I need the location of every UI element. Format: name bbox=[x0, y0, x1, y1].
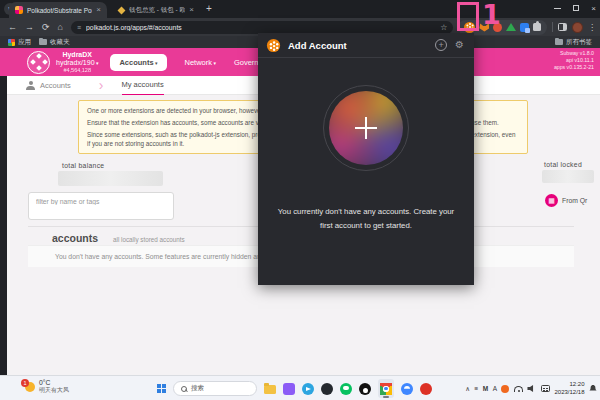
popup-empty-text: You currently don't have any accounts. C… bbox=[271, 205, 461, 232]
weather-icon: 1 bbox=[25, 382, 35, 392]
active-app-indicator bbox=[383, 396, 389, 398]
polkadot-apps-favicon bbox=[15, 6, 23, 14]
browser-menu-icon[interactable] bbox=[588, 23, 596, 32]
bookmark-label: 应用 bbox=[18, 38, 31, 47]
tab-wallet-overview[interactable]: 钱包总览 - 钱包 - 欧易 bbox=[112, 2, 200, 18]
start-button[interactable] bbox=[157, 384, 166, 393]
left-edge-strip bbox=[0, 76, 7, 375]
chain-block-number: #4,564,128 bbox=[56, 67, 98, 73]
tab-polkadot-portal[interactable]: Polkadot/Substrate Portal bbox=[9, 2, 107, 18]
add-account-menu-icon[interactable] bbox=[435, 39, 447, 51]
taskbar-search[interactable]: 搜索 bbox=[173, 381, 257, 396]
accounts-subtitle: all locally stored accounts bbox=[113, 236, 185, 243]
tab-close-icon[interactable] bbox=[96, 6, 101, 14]
apps-version: apps v0.135.2-21 bbox=[554, 64, 594, 71]
accounts-person-icon bbox=[26, 81, 35, 90]
total-balance-label: total balance bbox=[62, 162, 104, 169]
home-button[interactable] bbox=[58, 23, 63, 32]
search-placeholder: 搜索 bbox=[191, 384, 204, 393]
wifi-icon[interactable] bbox=[514, 386, 523, 392]
nav-network[interactable]: Network bbox=[185, 58, 216, 67]
toolbar-divider bbox=[552, 22, 553, 32]
green-extension-icon[interactable] bbox=[506, 23, 516, 31]
bookmark-star-icon[interactable] bbox=[440, 23, 447, 32]
all-bookmarks-label: 所有书签 bbox=[566, 38, 592, 47]
telegram-icon[interactable] bbox=[302, 383, 314, 395]
side-panel-icon[interactable] bbox=[558, 23, 567, 31]
tray-menu-icon[interactable] bbox=[474, 385, 478, 392]
red-app-icon[interactable] bbox=[420, 383, 432, 395]
tab-my-accounts[interactable]: My accounts bbox=[122, 80, 164, 91]
extensions-puzzle-icon[interactable] bbox=[533, 23, 541, 31]
new-tab-button[interactable] bbox=[206, 3, 212, 15]
close-window-button[interactable] bbox=[591, 4, 596, 13]
qr-icon bbox=[545, 194, 558, 207]
wechat-icon[interactable] bbox=[340, 383, 352, 395]
nav-accounts[interactable]: Accounts bbox=[110, 54, 166, 71]
notification-bell-icon[interactable] bbox=[589, 385, 597, 393]
purple-app-icon[interactable] bbox=[283, 383, 295, 395]
chain-name: HydraDX bbox=[56, 51, 98, 59]
total-locked-label: total locked bbox=[544, 161, 582, 168]
window-controls bbox=[554, 0, 596, 16]
system-tray: 12:20 2023/12/18 bbox=[465, 376, 597, 400]
chain-selector[interactable]: HydraDX hydradx/190 #4,564,128 bbox=[56, 51, 98, 73]
bookmark-label: 收藏夹 bbox=[50, 38, 70, 47]
maximize-button[interactable] bbox=[573, 5, 579, 11]
input-method-icon[interactable] bbox=[483, 385, 488, 392]
folder-icon bbox=[39, 39, 47, 45]
search-icon bbox=[181, 386, 187, 392]
qq-icon[interactable] bbox=[359, 383, 371, 395]
filter-input[interactable] bbox=[28, 192, 174, 220]
polkadot-extension-popup: Add Account You currently don't have any… bbox=[258, 33, 474, 285]
taskbar-clock[interactable]: 12:20 2023/12/18 bbox=[554, 381, 584, 396]
section-title: Accounts bbox=[40, 81, 71, 90]
annotation-highlight-box bbox=[457, 2, 479, 31]
screen-root: Polkadot/Substrate Portal 钱包总览 - 钱包 - 欧易… bbox=[0, 0, 600, 400]
tab-close-icon[interactable] bbox=[189, 6, 194, 14]
annotation-step-number: 1 bbox=[482, 0, 501, 30]
chain-endpoint: hydradx/190 bbox=[56, 59, 98, 67]
hydradx-logo[interactable] bbox=[27, 51, 50, 74]
site-info-icon[interactable] bbox=[77, 24, 81, 31]
reload-button[interactable] bbox=[42, 23, 50, 32]
popup-title: Add Account bbox=[288, 40, 435, 51]
weather-widget[interactable]: 1 0°C 明天有大风 bbox=[25, 379, 69, 395]
tray-app-icon[interactable] bbox=[501, 385, 509, 393]
total-locked-skeleton bbox=[542, 170, 594, 183]
touch-keyboard-icon[interactable] bbox=[541, 385, 550, 392]
chrome-icon-active[interactable] bbox=[378, 379, 394, 398]
polkadot-logo-icon bbox=[267, 38, 280, 51]
minimize-button[interactable] bbox=[554, 8, 561, 9]
blue-extension-icon[interactable] bbox=[520, 23, 529, 32]
github-app-icon[interactable] bbox=[321, 383, 333, 395]
file-explorer-icon[interactable] bbox=[264, 385, 276, 394]
taskbar-center: 搜索 bbox=[157, 376, 432, 400]
volume-icon[interactable] bbox=[527, 385, 536, 393]
folder-icon bbox=[555, 39, 563, 45]
ime-mode-icon[interactable] bbox=[493, 385, 497, 392]
weather-temp: 0°C bbox=[39, 379, 69, 386]
bookmark-favorites-folder[interactable]: 收藏夹 bbox=[39, 38, 70, 47]
notification-badge: 1 bbox=[21, 379, 29, 387]
back-button[interactable] bbox=[8, 23, 17, 32]
weather-desc: 明天有大风 bbox=[39, 386, 69, 395]
address-bar[interactable]: polkadot.js.org/apps/#/accounts bbox=[71, 21, 453, 34]
accounts-heading: accounts bbox=[52, 232, 98, 244]
apps-grid-icon bbox=[8, 39, 15, 46]
node-version: Subway v1.8.0 bbox=[554, 50, 594, 57]
from-qr-button[interactable]: From Qr bbox=[545, 194, 587, 207]
blue-app-icon[interactable] bbox=[401, 383, 413, 395]
forward-button[interactable] bbox=[25, 23, 34, 32]
profile-avatar[interactable] bbox=[572, 22, 583, 33]
settings-gear-icon[interactable] bbox=[455, 40, 464, 50]
version-info: Subway v1.8.0 api v10.11.1 apps v0.135.2… bbox=[554, 50, 594, 70]
url-text: polkadot.js.org/apps/#/accounts bbox=[86, 24, 435, 31]
bookmark-apps[interactable]: 应用 bbox=[8, 38, 31, 47]
clock-time: 12:20 bbox=[554, 381, 584, 389]
all-bookmarks-button[interactable]: 所有书签 bbox=[555, 38, 592, 47]
total-balance-skeleton bbox=[58, 171, 163, 186]
tray-expand-icon[interactable] bbox=[465, 385, 470, 393]
tab-title: 钱包总览 - 钱包 - 欧易 bbox=[129, 6, 185, 15]
clock-date: 2023/12/18 bbox=[554, 389, 584, 397]
